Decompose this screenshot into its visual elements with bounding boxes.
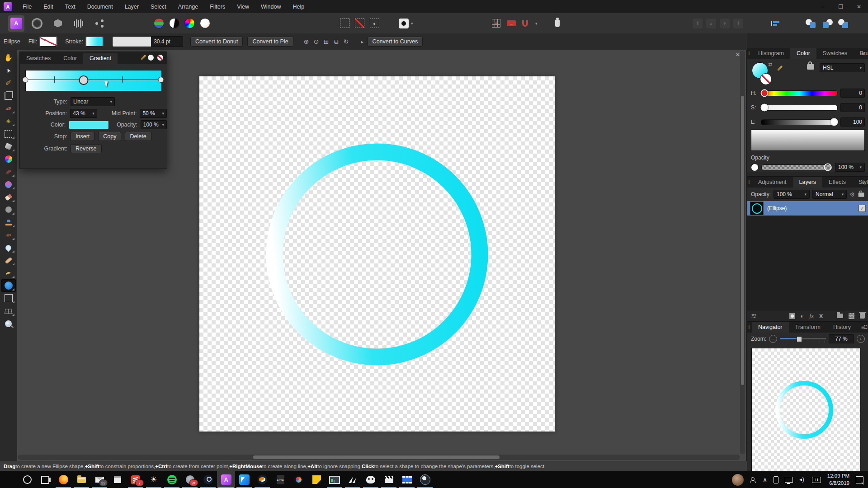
geometry-add-icon[interactable] [806, 19, 816, 28]
lock-layer-icon[interactable] [859, 192, 864, 197]
saturation-value[interactable]: 0 [840, 103, 865, 112]
taskbar-steam[interactable] [199, 471, 217, 488]
flood-fill-tool[interactable] [1, 140, 16, 153]
new-selection-icon[interactable] [340, 19, 349, 28]
taskbar-corsair-icue[interactable] [344, 471, 362, 488]
auto-levels-icon[interactable] [154, 18, 164, 28]
nav-tab-navigator[interactable]: Navigator [752, 322, 789, 333]
assistant-dropdown-icon[interactable]: ▾ [411, 21, 413, 26]
gradient-midpoint-marker[interactable] [54, 76, 55, 83]
marquee-select-tool[interactable] [1, 127, 16, 140]
paint-mixer-brush-tool[interactable] [1, 153, 16, 165]
display-icon[interactable] [785, 477, 793, 483]
taskbar-start[interactable] [0, 471, 18, 488]
taskbar-cortana[interactable] [18, 471, 36, 488]
solid-colour-icon[interactable] [148, 55, 154, 61]
insert-behind-icon[interactable]: ⊕ [302, 38, 311, 45]
taskbar-mail[interactable]: 22 [90, 471, 108, 488]
tone-mapping-persona-button[interactable] [71, 15, 87, 32]
view-tool[interactable] [1, 52, 16, 64]
lightness-slider[interactable] [761, 119, 838, 125]
menu-select[interactable]: Select [145, 0, 172, 13]
blur-brush-tool[interactable] [1, 241, 16, 254]
move-tool[interactable] [1, 64, 16, 77]
nav-tab-history[interactable]: History [827, 322, 857, 333]
taskbar-performance-monitor[interactable] [326, 471, 344, 488]
menu-layer[interactable]: Layer [119, 0, 145, 13]
lightness-slider-handle[interactable] [830, 118, 838, 126]
close-button[interactable]: ✕ [850, 0, 868, 13]
menu-help[interactable]: Help [287, 0, 311, 13]
navigator-preview[interactable] [751, 348, 861, 474]
convert-to-donut-button[interactable]: Convert to Donut [190, 37, 243, 47]
taskbar-file-explorer[interactable] [72, 471, 90, 488]
layer-thumbnail[interactable] [750, 202, 764, 215]
convert-to-curves-button[interactable]: Convert to Curves [368, 37, 423, 47]
taskbar-xbox-game-bar[interactable]: 9+ [181, 471, 199, 488]
clone-stamp-tool[interactable] [1, 216, 16, 229]
vertical-scrollbar[interactable] [740, 51, 745, 454]
selection-brush-tool[interactable] [1, 102, 16, 115]
saturation-slider-handle[interactable] [760, 104, 768, 112]
fill-stroke-selector[interactable]: ⇄ [751, 61, 776, 85]
saturation-slider[interactable] [761, 105, 838, 111]
mask-layer-icon[interactable] [789, 313, 795, 319]
pixel-grid-icon[interactable] [492, 19, 500, 28]
blend-mode-dropdown[interactable]: Normal▾ [812, 190, 847, 199]
restore-button[interactable]: ❐ [832, 0, 850, 13]
layer-row-ellipse[interactable]: (Ellipse) ✓ [747, 201, 868, 216]
photo-persona-button[interactable]: A [8, 15, 24, 32]
snapping-magnet-icon[interactable] [522, 20, 528, 27]
crop-tool[interactable] [1, 89, 16, 102]
menu-view[interactable]: View [231, 0, 255, 13]
hue-value[interactable]: 0 [840, 89, 865, 98]
convert-to-pie-button[interactable]: Convert to Pie [247, 37, 293, 47]
rotate-icon[interactable]: ↻ [341, 38, 351, 45]
layer-visibility-checkbox[interactable]: ✓ [859, 205, 866, 212]
geometry-subtract-icon[interactable] [822, 19, 833, 28]
zoom-in-icon[interactable]: + [857, 335, 865, 343]
colour-picker-icon[interactable] [777, 66, 783, 71]
layer-opacity-dropdown[interactable]: 100 %▾ [774, 190, 810, 199]
secondary-colour-circle[interactable] [760, 73, 772, 85]
insert-on-top-icon[interactable]: ⊞ [321, 38, 331, 45]
insert-inside-icon[interactable]: ⊙ [311, 38, 321, 45]
adjustment-layer-icon[interactable]: ◐ [801, 313, 804, 319]
hue-slider-handle[interactable] [760, 89, 768, 97]
taskbar-film-app[interactable] [398, 471, 416, 488]
nav-tab-transform[interactable]: Transform [789, 322, 827, 333]
usb-icon[interactable] [774, 476, 778, 483]
auto-colours-icon[interactable] [184, 18, 195, 28]
gradient-midpoint-marker[interactable] [122, 76, 123, 83]
zoom-slider[interactable] [780, 336, 826, 342]
taskbar-davinci-resolve[interactable] [289, 471, 307, 488]
taskbar-spotify[interactable] [163, 471, 181, 488]
color-tab-swatches[interactable]: Swatches [816, 48, 854, 59]
layers-tab-layers[interactable]: Layers [793, 177, 823, 188]
snapping-dropdown-icon[interactable]: ▾ [535, 21, 538, 26]
erase-brush-tool[interactable] [1, 191, 16, 203]
volume-icon[interactable] [799, 477, 806, 483]
studio-tab-swatches[interactable]: Swatches [20, 53, 57, 64]
taskbar-affinity-photo[interactable]: A [217, 471, 235, 488]
taskbar-sun-app[interactable]: ☀ [145, 471, 163, 488]
taskbar-todoist[interactable]: 7 [127, 471, 145, 488]
ellipse-shape[interactable] [199, 76, 555, 432]
taskbar-video-editor[interactable] [380, 471, 398, 488]
subtract-selection-icon[interactable] [355, 19, 364, 28]
taskbar-firefox[interactable] [54, 471, 72, 488]
no-colour-icon[interactable] [157, 55, 163, 61]
delete-stop-button[interactable]: Delete [125, 132, 151, 141]
export-persona-button[interactable] [91, 15, 108, 32]
gradient-stop-100[interactable] [158, 77, 164, 83]
move-to-front-icon[interactable]: ⬆ [693, 19, 703, 28]
taskbar-gimp[interactable] [362, 471, 380, 488]
horizontal-scrollbar[interactable] [18, 455, 740, 460]
document-canvas[interactable] [199, 76, 555, 432]
insert-stop-button[interactable]: Insert [71, 132, 94, 141]
taskbar-calendar[interactable] [108, 471, 127, 488]
move-by-whole-pixels-icon[interactable]: → [507, 20, 516, 26]
position-dropdown[interactable]: 43 %▾ [70, 109, 97, 118]
swap-colours-icon[interactable]: ⇄ [768, 61, 772, 67]
opacity-slider-handle[interactable] [824, 164, 831, 171]
